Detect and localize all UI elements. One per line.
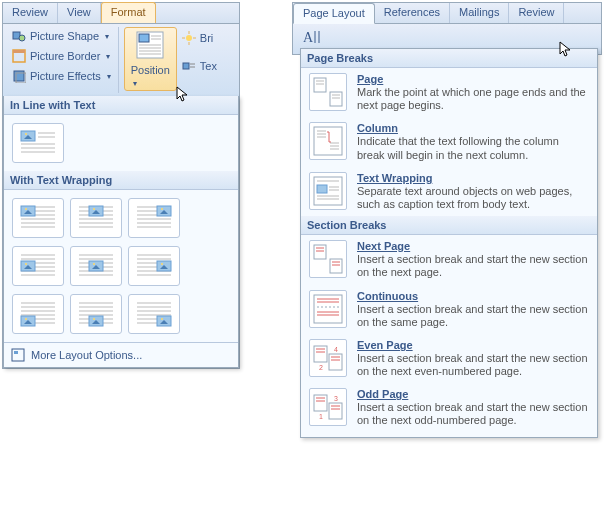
break-title: Even Page (357, 339, 589, 351)
svg-rect-129 (330, 92, 342, 106)
break-icon (309, 240, 347, 278)
break-desc: Insert a section break and start the new… (357, 303, 589, 329)
svg-point-50 (93, 208, 95, 210)
break-icon (309, 290, 347, 328)
format-tabs: Review View Format (3, 3, 239, 24)
svg-text:4: 4 (334, 346, 338, 353)
picture-effects-button[interactable]: Picture Effects▾ (8, 67, 115, 85)
svg-point-14 (186, 35, 192, 41)
break-option-even-page[interactable]: 24Even PageInsert a section break and st… (301, 334, 597, 383)
position-button[interactable]: Position▾ (124, 27, 177, 91)
position-option-5[interactable] (128, 246, 180, 286)
section-breaks-header: Section Breaks (301, 216, 597, 235)
position-option-1[interactable] (70, 198, 122, 238)
break-desc: Insert a section break and start the new… (357, 401, 589, 427)
svg-point-110 (93, 318, 95, 320)
position-option-7[interactable] (70, 294, 122, 334)
tab-format[interactable]: Format (101, 2, 156, 23)
break-option-next-page[interactable]: Next PageInsert a section break and star… (301, 235, 597, 284)
position-option-8[interactable] (128, 294, 180, 334)
svg-rect-148 (314, 245, 326, 259)
break-option-page[interactable]: PageMark the point at which one page end… (301, 68, 597, 117)
effects-icon (12, 69, 26, 83)
svg-text:2: 2 (319, 364, 323, 371)
svg-rect-128 (314, 78, 326, 92)
brightness-icon (182, 31, 196, 45)
break-title: Page (357, 73, 589, 85)
menu-header-wrap: With Text Wrapping (4, 171, 238, 190)
svg-rect-149 (330, 259, 342, 273)
position-option-6[interactable] (12, 294, 64, 334)
svg-point-70 (25, 263, 27, 265)
page-breaks-header: Page Breaks (301, 49, 597, 68)
break-icon (309, 73, 347, 111)
layout-icon (11, 348, 25, 362)
svg-text:3: 3 (334, 395, 338, 402)
break-option-column[interactable]: ColumnIndicate that the text following t… (301, 117, 597, 166)
wrap-icon (182, 59, 196, 73)
svg-rect-168 (314, 395, 327, 411)
svg-point-40 (25, 208, 27, 210)
break-title: Text Wrapping (357, 172, 589, 184)
svg-point-120 (161, 318, 163, 320)
svg-rect-3 (13, 50, 25, 53)
position-option-3[interactable] (12, 246, 64, 286)
break-desc: Mark the point at which one page ends an… (357, 86, 589, 112)
svg-rect-122 (14, 351, 18, 354)
svg-point-80 (93, 263, 95, 265)
layout-tabs: Page Layout References Mailings Review (293, 3, 601, 24)
break-title: Column (357, 122, 589, 134)
break-option-continuous[interactable]: ContinuousInsert a section break and sta… (301, 285, 597, 334)
brightness-button[interactable]: Bri (182, 31, 217, 45)
tab-references[interactable]: References (375, 3, 450, 23)
position-option-4[interactable] (70, 246, 122, 286)
tab-review[interactable]: Review (3, 3, 58, 23)
border-icon (12, 49, 26, 63)
breaks-menu: Page Breaks PageMark the point at which … (300, 48, 598, 438)
break-icon: 13 (309, 388, 347, 426)
break-icon: 24 (309, 339, 347, 377)
textwrap-button[interactable]: Tex (182, 59, 217, 73)
svg-rect-7 (139, 34, 149, 42)
break-title: Next Page (357, 240, 589, 252)
svg-point-100 (25, 318, 27, 320)
break-desc: Separate text around objects on web page… (357, 185, 589, 211)
svg-rect-160 (314, 346, 327, 362)
break-icon (309, 122, 347, 160)
svg-rect-161 (329, 354, 342, 370)
break-desc: Indicate that the text following the col… (357, 135, 589, 161)
svg-text:A: A (303, 30, 314, 45)
tab-mailings[interactable]: Mailings (450, 3, 509, 23)
break-option-odd-page[interactable]: 13Odd PageInsert a section break and sta… (301, 383, 597, 432)
tab-view[interactable]: View (58, 3, 101, 23)
position-option-0[interactable] (12, 198, 64, 238)
svg-rect-169 (329, 403, 342, 419)
break-title: Continuous (357, 290, 589, 302)
svg-rect-142 (317, 185, 327, 193)
break-desc: Insert a section break and start the new… (357, 352, 589, 378)
position-menu: In Line with Text With Text Wrapping Mor… (3, 96, 239, 368)
svg-rect-121 (12, 349, 24, 361)
svg-rect-19 (183, 63, 189, 69)
menu-header-inline: In Line with Text (4, 96, 238, 115)
picture-border-button[interactable]: Picture Border▾ (8, 47, 115, 65)
svg-point-90 (161, 263, 163, 265)
more-layout-options[interactable]: More Layout Options... (4, 342, 238, 367)
break-icon (309, 172, 347, 210)
svg-point-1 (19, 35, 25, 41)
position-option-2[interactable] (128, 198, 180, 238)
break-desc: Insert a section break and start the new… (357, 253, 589, 279)
svg-text:1: 1 (319, 413, 323, 420)
position-icon (135, 30, 165, 60)
shape-icon (12, 29, 26, 43)
position-inline[interactable] (12, 123, 64, 163)
break-option-text-wrapping[interactable]: Text WrappingSeparate text around object… (301, 167, 597, 216)
tab-page-layout[interactable]: Page Layout (293, 3, 375, 24)
text-direction-icon[interactable]: A (301, 27, 325, 47)
tab-review2[interactable]: Review (509, 3, 564, 23)
svg-point-25 (25, 133, 27, 135)
break-title: Odd Page (357, 388, 589, 400)
svg-point-60 (161, 208, 163, 210)
picture-shape-button[interactable]: Picture Shape▾ (8, 27, 115, 45)
